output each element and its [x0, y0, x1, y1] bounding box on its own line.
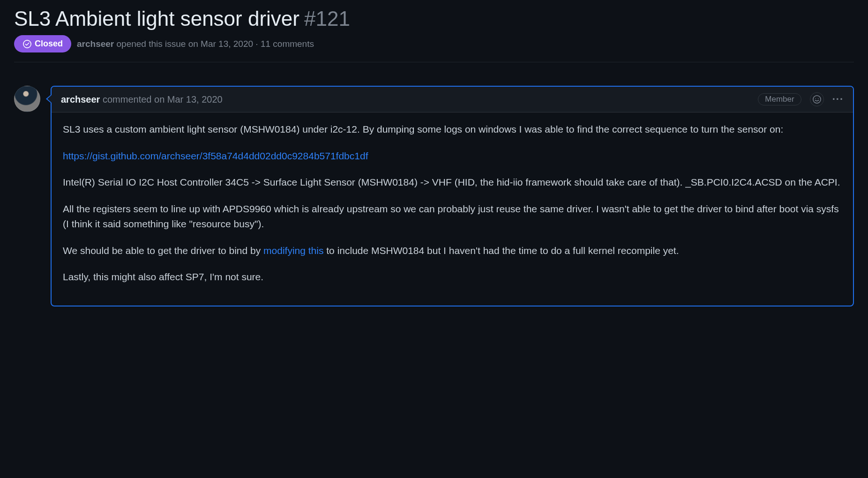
smiley-icon	[812, 95, 822, 104]
comment-header: archseer commented on Mar 13, 2020 Membe…	[52, 87, 853, 112]
issue-meta-sep: ·	[253, 39, 261, 49]
svg-point-3	[818, 98, 819, 99]
comment-p4: We should be able to get the driver to b…	[63, 243, 842, 259]
kebab-icon: ···	[832, 93, 844, 105]
issue-author-link[interactable]: archseer	[77, 39, 114, 49]
issue-title-row: SL3 Ambient light sensor driver #121	[14, 7, 854, 30]
modifying-link[interactable]: modifying this	[263, 245, 323, 256]
gist-link[interactable]: https://gist.github.com/archseer/3f58a74…	[63, 150, 368, 161]
issue-title: SL3 Ambient light sensor driver	[14, 7, 299, 30]
timeline: archseer commented on Mar 13, 2020 Membe…	[14, 62, 854, 306]
comment-timestamp-link[interactable]: on Mar 13, 2020	[154, 94, 223, 105]
member-badge: Member	[758, 93, 801, 105]
comment-p4b: to include MSHW0184 but I haven't had th…	[323, 245, 679, 256]
comment-verb: commented	[100, 94, 154, 105]
avatar[interactable]	[14, 86, 40, 112]
issue-meta-row: Closed archseer opened this issue on Mar…	[14, 35, 854, 62]
svg-point-1	[813, 96, 821, 103]
add-reaction-button[interactable]	[810, 92, 824, 106]
issue-number: #121	[304, 7, 350, 30]
comment-author-link[interactable]: archseer	[61, 94, 100, 105]
comment-box: archseer commented on Mar 13, 2020 Membe…	[51, 86, 854, 306]
status-badge-label: Closed	[35, 39, 63, 49]
comment-p1: SL3 uses a custom ambient light sensor (…	[63, 122, 842, 137]
comment-actions-button[interactable]: ···	[832, 93, 844, 105]
comment-p2: Intel(R) Serial IO I2C Host Controller 3…	[63, 175, 842, 190]
comment-header-right: Member ···	[758, 92, 844, 106]
issue-meta-text: archseer opened this issue on Mar 13, 20…	[77, 39, 314, 49]
issue-meta-action: opened this issue	[114, 39, 188, 49]
svg-point-2	[815, 98, 816, 99]
issue-meta-date[interactable]: on Mar 13, 2020	[188, 39, 253, 49]
check-circle-icon	[22, 39, 32, 49]
comment-p3: All the registers seem to line up with A…	[63, 202, 842, 232]
comment-header-left: archseer commented on Mar 13, 2020	[61, 94, 223, 105]
issue-meta-comments: 11 comments	[261, 39, 314, 49]
svg-point-0	[23, 40, 31, 47]
comment-p5: Lastly, this might also affect SP7, I'm …	[63, 269, 842, 285]
comment-body: SL3 uses a custom ambient light sensor (…	[52, 112, 853, 306]
status-badge: Closed	[14, 35, 71, 52]
comment-p4a: We should be able to get the driver to b…	[63, 245, 263, 256]
